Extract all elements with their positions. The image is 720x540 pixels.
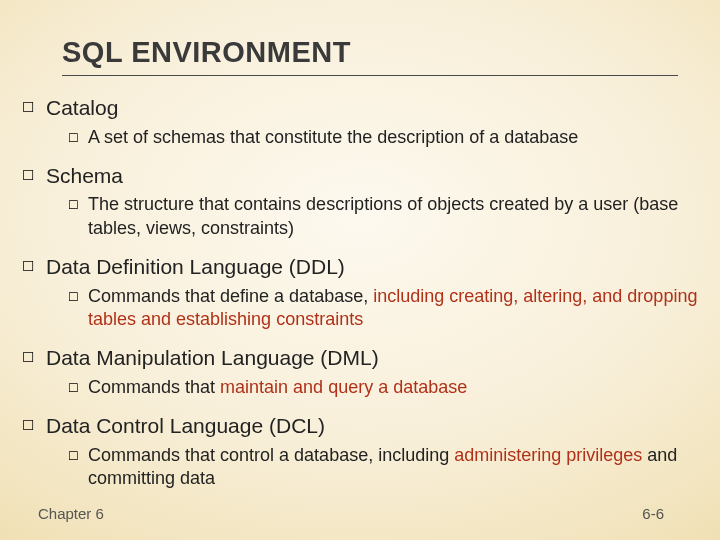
bullet-icon: ☐ [66,444,88,468]
item-text: Data Manipulation Language (DML) ☐ Comma… [46,344,700,410]
footer-left: Chapter 6 [38,505,104,522]
bullet-icon: ☐ [66,126,88,150]
item-label: Data Manipulation Language (DML) [46,346,379,369]
sub-item: ☐ Commands that maintain and query a dat… [66,376,700,400]
footer: Chapter 6 6-6 [38,505,664,522]
sub-text: The structure that contains descriptions… [88,193,700,241]
item-label: Schema [46,164,123,187]
sub-list: ☐ Commands that define a database, inclu… [46,285,700,333]
bullet-icon: ☐ [20,94,46,121]
sub-list: ☐ A set of schemas that constitute the d… [46,126,700,150]
content-area: ☐ Catalog ☐ A set of schemas that consti… [20,76,700,501]
footer-right: 6-6 [642,505,664,522]
bullet-icon: ☐ [20,344,46,371]
list-item: ☐ Data Manipulation Language (DML) ☐ Com… [20,344,700,410]
bullet-icon: ☐ [20,253,46,280]
sub-text: Commands that define a database, includi… [88,285,700,333]
sub-item: ☐ Commands that control a database, incl… [66,444,700,492]
sub-list: ☐ Commands that control a database, incl… [46,444,700,492]
list-item: ☐ Data Control Language (DCL) ☐ Commands… [20,412,700,501]
list-item: ☐ Schema ☐ The structure that contains d… [20,162,700,251]
sub-item: ☐ Commands that define a database, inclu… [66,285,700,333]
item-text: Catalog ☐ A set of schemas that constitu… [46,94,700,160]
bullet-icon: ☐ [66,376,88,400]
bullet-icon: ☐ [66,285,88,309]
title-wrap: SQL ENVIRONMENT [20,36,700,76]
bullet-icon: ☐ [66,193,88,217]
list-item: ☐ Catalog ☐ A set of schemas that consti… [20,94,700,160]
sub-text: A set of schemas that constitute the des… [88,126,700,150]
sub-text: Commands that control a database, includ… [88,444,700,492]
slide: SQL ENVIRONMENT ☐ Catalog ☐ A set of sch… [0,0,720,540]
item-text: Data Definition Language (DDL) ☐ Command… [46,253,700,342]
item-label: Data Control Language (DCL) [46,414,325,437]
bullet-icon: ☐ [20,162,46,189]
item-text: Schema ☐ The structure that contains des… [46,162,700,251]
item-label: Catalog [46,96,118,119]
item-label: Data Definition Language (DDL) [46,255,345,278]
sub-list: ☐ The structure that contains descriptio… [46,193,700,241]
sub-item: ☐ A set of schemas that constitute the d… [66,126,700,150]
sub-list: ☐ Commands that maintain and query a dat… [46,376,700,400]
item-text: Data Control Language (DCL) ☐ Commands t… [46,412,700,501]
sub-item: ☐ The structure that contains descriptio… [66,193,700,241]
sub-text: Commands that maintain and query a datab… [88,376,700,400]
slide-title: SQL ENVIRONMENT [62,36,678,76]
list-item: ☐ Data Definition Language (DDL) ☐ Comma… [20,253,700,342]
bullet-icon: ☐ [20,412,46,439]
